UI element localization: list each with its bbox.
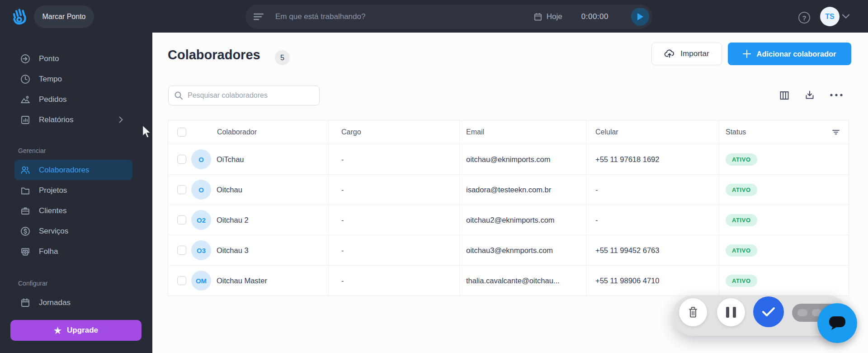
clock-icon (20, 74, 31, 85)
play-icon (637, 13, 644, 21)
section-label-configurar: Configurar (18, 280, 47, 287)
celular-value: +55 11 98906 4710 (586, 266, 719, 296)
chevron-right-icon (119, 116, 123, 123)
collaborator-name[interactable]: Oitchau 2 (217, 216, 249, 224)
celular-value: +55 11 97618 1692 (586, 144, 719, 174)
column-header-cargo[interactable]: Cargo (328, 120, 459, 144)
avatar-initials: TS (825, 13, 834, 21)
columns-icon[interactable] (779, 90, 790, 101)
download-icon[interactable] (804, 90, 815, 100)
cargo-value: - (328, 266, 459, 296)
status-badge: ATIVO (726, 153, 757, 166)
collaborator-count-badge: 5 (275, 50, 290, 65)
bar-chart-icon (20, 114, 31, 125)
row-checkbox[interactable] (177, 276, 186, 285)
row-checkbox[interactable] (177, 155, 186, 164)
chat-widget-button[interactable] (817, 303, 857, 343)
pause-button[interactable] (717, 298, 745, 326)
collaborator-name[interactable]: Oitchau Master (217, 277, 267, 285)
user-avatar[interactable]: TS (820, 7, 840, 26)
ellipsis-icon[interactable] (830, 93, 843, 97)
status-badge: ATIVO (726, 184, 757, 196)
table-row[interactable]: O2 Oitchau 2 - oitchau2@eknimports.com -… (168, 205, 849, 235)
row-checkbox[interactable] (177, 246, 186, 255)
sidebar-item-jornadas[interactable]: Jornadas (0, 292, 152, 313)
table-header-row: Colaborador Cargo Email Celular Status (168, 120, 849, 144)
calendar-icon (533, 12, 542, 21)
cloud-upload-icon (664, 49, 675, 59)
star-icon: ★ (54, 325, 61, 336)
collaborator-name[interactable]: Oitchau (217, 186, 242, 194)
search-input[interactable] (188, 91, 305, 100)
table-row[interactable]: O3 Oitchau 3 - oitchau3@eknmports.com +5… (168, 235, 849, 265)
email-value: isadora@testeekn.com.br (459, 175, 586, 205)
help-button[interactable]: ? (798, 12, 810, 24)
cargo-value: - (328, 235, 459, 265)
marcar-ponto-label: Marcar Ponto (42, 13, 85, 21)
sidebar-item-colaboradores[interactable]: Colaboradores (14, 160, 132, 180)
sidebar-item-clientes[interactable]: Clientes (0, 200, 152, 221)
date-selector[interactable]: Hoje (533, 12, 562, 21)
row-checkbox[interactable] (177, 215, 186, 224)
status-badge: ATIVO (726, 275, 757, 287)
filter-icon[interactable] (832, 129, 840, 135)
chat-bubble-icon (827, 315, 847, 332)
main-content: Colaboradores 5 Importar Adicionar colab… (152, 33, 868, 353)
upgrade-button[interactable]: ★ Upgrade (10, 320, 142, 341)
celular-value: - (586, 175, 719, 205)
sidebar-item-label: Ponto (39, 54, 59, 63)
cargo-value: - (328, 144, 459, 174)
sidebar-item-label: Folha (39, 247, 58, 256)
column-header-status[interactable]: Status (726, 128, 746, 136)
column-header-email[interactable]: Email (459, 120, 586, 144)
table-row[interactable]: OM Oitchau Master - thalia.cavalcante@oi… (168, 265, 849, 296)
briefcase-icon (20, 205, 31, 216)
sidebar-item-label: Colaboradores (39, 166, 90, 175)
list-lines-icon[interactable] (254, 13, 264, 21)
celular-value: +55 11 99452 6763 (586, 235, 719, 265)
payroll-icon (20, 246, 31, 257)
section-label-gerenciar: Gerenciar (18, 147, 46, 154)
sidebar-item-folha[interactable]: Folha (0, 241, 152, 262)
collaborators-table: Colaborador Cargo Email Celular Status O… (168, 120, 849, 296)
sidebar-item-label: Projetos (39, 186, 67, 195)
column-header-celular[interactable]: Celular (586, 120, 719, 144)
email-value: oitchau3@eknmports.com (459, 235, 586, 265)
table-row[interactable]: O Oitchau - isadora@testeekn.com.br - AT… (168, 174, 849, 205)
help-icon: ? (802, 14, 806, 22)
sidebar-item-tempo[interactable]: Tempo (0, 69, 152, 89)
cargo-value: - (328, 175, 459, 205)
marcar-ponto-button[interactable]: Marcar Ponto (34, 5, 94, 28)
sidebar: Ponto Tempo Pedidos Relatórios Gerenciar (0, 33, 152, 353)
collaborator-name[interactable]: OiTchau (217, 155, 244, 164)
add-collaborator-button[interactable]: Adicionar colaborador (728, 43, 851, 65)
task-input[interactable] (275, 12, 447, 21)
celular-value: - (586, 205, 719, 235)
sidebar-item-projetos[interactable]: Projetos (0, 180, 152, 200)
email-value: thalia.cavalcante@oitchau... (459, 266, 586, 296)
import-button[interactable]: Importar (651, 43, 722, 65)
sidebar-item-label: Relatórios (39, 115, 74, 124)
confirm-button[interactable] (753, 296, 784, 327)
table-row[interactable]: O OiTchau - oitchau@eknimports.com +55 1… (168, 144, 849, 174)
status-badge: ATIVO (726, 244, 757, 257)
sidebar-item-pedidos[interactable]: Pedidos (0, 89, 152, 110)
sidebar-item-label: Serviços (39, 227, 68, 236)
delete-button[interactable] (679, 298, 707, 326)
chevron-down-icon[interactable] (842, 14, 849, 19)
sidebar-item-label: Pedidos (39, 95, 66, 104)
sidebar-item-servicos[interactable]: Serviços (0, 221, 152, 241)
sidebar-item-ponto[interactable]: Ponto (0, 48, 152, 69)
collaborator-name[interactable]: Oitchau 3 (217, 246, 249, 255)
sidebar-item-relatorios[interactable]: Relatórios (0, 110, 152, 130)
search-icon (174, 91, 183, 100)
arrow-in-circle-icon (20, 53, 31, 64)
row-checkbox[interactable] (177, 185, 186, 194)
start-timer-button[interactable] (631, 8, 649, 26)
select-all-checkbox[interactable] (177, 128, 186, 137)
time-tracker-bar: Hoje 0:00:00 (245, 5, 652, 29)
avatar: O3 (191, 240, 211, 260)
column-header-colaborador[interactable]: Colaborador (217, 128, 257, 136)
upgrade-label: Upgrade (67, 326, 98, 335)
email-value: oitchau@eknimports.com (459, 144, 586, 174)
